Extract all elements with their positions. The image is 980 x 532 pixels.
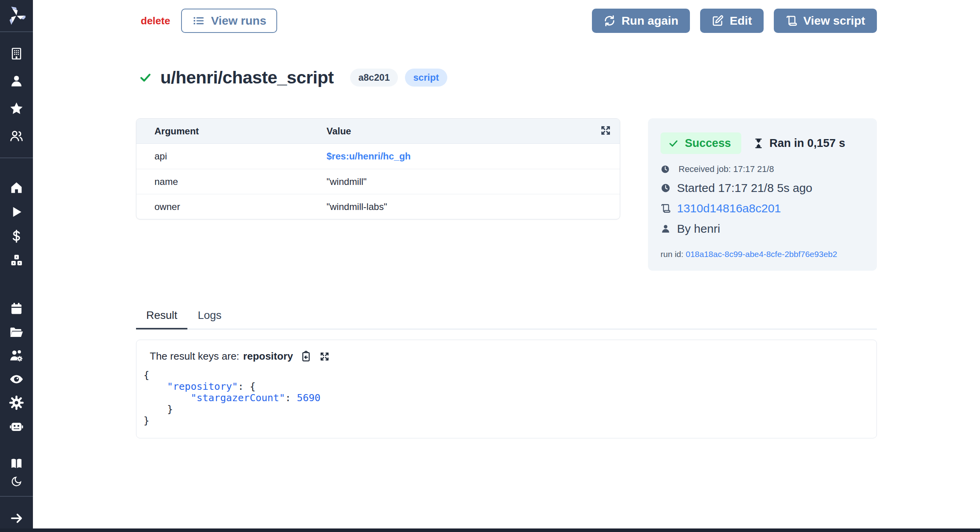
duration-label: Ran in 0,157 s	[769, 137, 845, 150]
view-script-button[interactable]: View script	[774, 9, 877, 33]
sidebar-item-schedules[interactable]	[0, 297, 33, 320]
table-row: owner "windmill-labs"	[136, 194, 620, 219]
star-icon	[9, 101, 24, 116]
check-icon	[668, 138, 679, 148]
dollar-icon	[10, 230, 23, 243]
home-icon	[9, 181, 24, 195]
status-label: Success	[685, 137, 731, 150]
by-line: By henri	[661, 222, 864, 235]
by-label: By henri	[677, 222, 720, 235]
received-line: Received job: 17:17 21/8	[661, 164, 864, 174]
arguments-table: Argument Value api $res:u/henri/hc_gh na…	[136, 118, 620, 219]
job-info-panel: Success Ran in 0,157 s Received job: 17:…	[648, 118, 877, 271]
started-line: Started 17:17 21/8 5s ago	[661, 181, 864, 195]
sidebar-item-groups[interactable]	[0, 344, 33, 367]
person-icon	[661, 224, 671, 234]
result-panel: The result keys are: repository {	[136, 340, 877, 438]
user-icon	[9, 74, 24, 88]
job-hash-line: 1310d14816a8c201	[661, 202, 864, 215]
book-open-icon	[10, 457, 23, 470]
sidebar-item-audit-logs[interactable]	[0, 367, 33, 391]
copy-result-button[interactable]	[300, 351, 312, 362]
bottom-bar	[0, 528, 980, 532]
sidebar-item-home[interactable]	[0, 176, 33, 200]
run-id-line: run id: 018a18ac-8c99-abe4-8cfe-2bbf76e9…	[661, 250, 864, 259]
scroll-icon	[786, 15, 797, 27]
run-again-label: Run again	[621, 14, 678, 27]
clock-icon	[661, 183, 671, 193]
result-tabs: Result Logs	[136, 309, 877, 329]
building-icon	[9, 47, 24, 61]
arg-name: name	[136, 176, 327, 187]
sidebar-item-settings[interactable]	[0, 391, 33, 414]
tab-result[interactable]: Result	[136, 309, 187, 329]
play-icon	[10, 205, 23, 219]
gear-icon	[9, 395, 24, 410]
sidebar-item-favorites[interactable]	[0, 95, 33, 122]
column-header-argument: Argument	[136, 126, 327, 137]
expand-result-button[interactable]	[319, 351, 330, 362]
edit-button[interactable]: Edit	[700, 9, 764, 33]
page-title: u/henri/chaste_script	[160, 67, 334, 88]
maximize-icon	[319, 351, 330, 362]
list-icon	[192, 14, 205, 27]
table-row: name "windmill"	[136, 169, 620, 194]
sidebar-item-resources[interactable]	[0, 248, 33, 273]
duration: Ran in 0,157 s	[753, 137, 845, 150]
arg-name: owner	[136, 201, 327, 212]
view-script-label: View script	[803, 14, 865, 27]
view-runs-label: View runs	[211, 14, 266, 27]
arguments-table-header: Argument Value	[136, 119, 620, 144]
job-hash-link[interactable]: 1310d14816a8c201	[677, 202, 781, 215]
sidebar-divider	[0, 496, 33, 497]
script-badge: script	[405, 69, 447, 87]
cubes-icon	[9, 253, 24, 268]
delete-button[interactable]: delete	[141, 15, 170, 27]
sidebar-item-runs[interactable]	[0, 200, 33, 224]
arg-value: "windmill"	[327, 176, 367, 187]
table-row: api $res:u/henri/hc_gh	[136, 144, 620, 169]
resource-link[interactable]: $res:u/henri/hc_gh	[327, 151, 411, 162]
expand-table-icon[interactable]	[599, 124, 612, 137]
run-id-link[interactable]: 018a18ac-8c99-abe4-8cfe-2bbf76e93eb2	[686, 250, 837, 259]
tab-logs[interactable]: Logs	[187, 309, 232, 329]
action-bar: delete View runs Run again	[136, 9, 877, 33]
sidebar-item-folders[interactable]	[0, 320, 33, 344]
result-keys-prefix: The result keys are:	[150, 350, 239, 362]
run-again-button[interactable]: Run again	[592, 9, 690, 33]
hash-badge: a8c201	[350, 69, 398, 87]
arg-value: "windmill-labs"	[327, 201, 387, 212]
edit-pencil-icon	[712, 15, 724, 27]
theme-toggle[interactable]	[0, 472, 33, 490]
column-header-value: Value	[327, 126, 351, 137]
started-label: Started 17:17 21/8 5s ago	[677, 181, 812, 195]
sidebar-item-members[interactable]	[0, 122, 33, 150]
refresh-icon	[604, 15, 615, 27]
scroll-icon	[661, 203, 671, 214]
main-content: delete View runs Run again	[33, 0, 980, 438]
sidebar-expand-button[interactable]	[0, 505, 33, 532]
view-runs-button[interactable]: View runs	[181, 9, 277, 33]
received-label: Received job: 17:17 21/8	[679, 164, 774, 174]
sidebar-item-workers[interactable]	[0, 414, 33, 438]
users-icon	[9, 129, 24, 143]
clipboard-copy-icon	[300, 351, 312, 362]
sidebar-item-docs[interactable]	[0, 454, 33, 472]
result-json: { "repository": { "stargazerCount": 5690…	[143, 369, 864, 426]
run-id-label: run id:	[661, 250, 686, 259]
sidebar-divider	[0, 157, 33, 158]
result-keys-value: repository	[243, 350, 293, 362]
title-row: u/henri/chaste_script a8c201 script	[136, 56, 877, 100]
sidebar-divider	[0, 31, 33, 32]
users-gear-icon	[9, 348, 24, 363]
sidebar-item-variables[interactable]	[0, 224, 33, 248]
windmill-logo[interactable]	[0, 0, 33, 31]
check-icon	[139, 71, 152, 84]
edit-label: Edit	[730, 14, 752, 27]
robot-icon	[9, 419, 24, 434]
sidebar-item-workspace[interactable]	[0, 40, 33, 67]
moon-icon	[11, 476, 22, 487]
sidebar-item-user[interactable]	[0, 67, 33, 95]
arg-name: api	[136, 151, 327, 162]
clock-icon	[661, 165, 670, 174]
